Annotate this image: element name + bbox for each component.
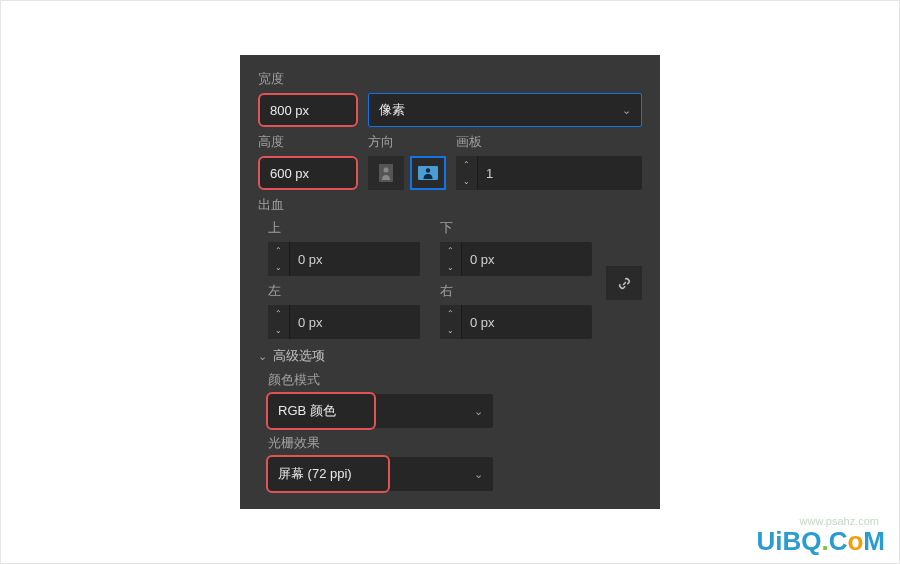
raster-effects-value: 屏幕 (72 ppi)	[278, 465, 352, 483]
orientation-label: 方向	[368, 133, 446, 151]
chevron-down-icon: ⌄	[258, 350, 267, 363]
chevron-down-icon: ⌄	[622, 104, 631, 117]
bleed-left-value: 0 px	[290, 305, 420, 339]
orientation-portrait-button[interactable]	[368, 156, 404, 190]
artboards-label: 画板	[456, 133, 642, 151]
height-label: 高度	[258, 133, 358, 151]
link-bleed-button[interactable]	[606, 266, 642, 300]
width-input[interactable]: 800 px	[258, 93, 358, 127]
artboards-stepper[interactable]: ⌃ ⌄	[456, 156, 478, 190]
document-settings-panel: 宽度 800 px 像素 ⌄ 高度 600 px 方向	[240, 55, 660, 509]
link-icon	[617, 276, 632, 291]
watermark: UiBQ.CoM	[756, 526, 885, 557]
chevron-up-icon[interactable]: ⌃	[447, 310, 454, 318]
bleed-right-label: 右	[440, 282, 592, 300]
chevron-up-icon[interactable]: ⌃	[275, 247, 282, 255]
color-mode-value: RGB 颜色	[278, 402, 336, 420]
raster-effects-label: 光栅效果	[268, 434, 642, 452]
artboards-input[interactable]: ⌃ ⌄ 1	[456, 156, 642, 190]
advanced-label: 高级选项	[273, 347, 325, 365]
width-value: 800 px	[270, 103, 309, 118]
svg-point-1	[384, 168, 389, 173]
bleed-bottom-stepper[interactable]: ⌃ ⌄	[440, 242, 462, 276]
units-value: 像素	[379, 101, 405, 119]
chevron-down-icon[interactable]: ⌄	[447, 264, 454, 272]
height-value: 600 px	[270, 166, 309, 181]
color-mode-label: 颜色模式	[268, 371, 642, 389]
chevron-down-icon[interactable]: ⌄	[275, 264, 282, 272]
bleed-left-input[interactable]: ⌃ ⌄ 0 px	[268, 305, 420, 339]
chevron-down-icon[interactable]: ⌄	[447, 327, 454, 335]
bleed-right-value: 0 px	[462, 305, 592, 339]
bleed-top-input[interactable]: ⌃ ⌄ 0 px	[268, 242, 420, 276]
units-dropdown[interactable]: 像素 ⌄	[368, 93, 642, 127]
advanced-options-toggle[interactable]: ⌄ 高级选项	[258, 347, 642, 365]
bleed-left-label: 左	[268, 282, 420, 300]
bleed-bottom-input[interactable]: ⌃ ⌄ 0 px	[440, 242, 592, 276]
chevron-up-icon[interactable]: ⌃	[275, 310, 282, 318]
chevron-down-icon[interactable]: ⌄	[275, 327, 282, 335]
bleed-bottom-label: 下	[440, 219, 592, 237]
orientation-landscape-button[interactable]	[410, 156, 446, 190]
chevron-down-icon: ⌄	[474, 468, 483, 481]
bleed-bottom-value: 0 px	[462, 242, 592, 276]
chevron-down-icon[interactable]: ⌄	[463, 178, 470, 186]
bleed-top-stepper[interactable]: ⌃ ⌄	[268, 242, 290, 276]
bleed-right-stepper[interactable]: ⌃ ⌄	[440, 305, 462, 339]
bleed-top-label: 上	[268, 219, 420, 237]
width-label: 宽度	[258, 70, 642, 88]
bleed-label: 出血	[258, 196, 642, 214]
chevron-up-icon[interactable]: ⌃	[447, 247, 454, 255]
bleed-top-value: 0 px	[290, 242, 420, 276]
portrait-icon	[379, 164, 393, 182]
raster-effects-dropdown[interactable]: 屏幕 (72 ppi) ⌄	[268, 457, 493, 491]
artboards-value: 1	[478, 156, 642, 190]
chevron-up-icon[interactable]: ⌃	[463, 161, 470, 169]
bleed-left-stepper[interactable]: ⌃ ⌄	[268, 305, 290, 339]
bleed-right-input[interactable]: ⌃ ⌄ 0 px	[440, 305, 592, 339]
height-input[interactable]: 600 px	[258, 156, 358, 190]
landscape-icon	[418, 166, 438, 180]
chevron-down-icon: ⌄	[474, 405, 483, 418]
svg-point-3	[426, 168, 430, 172]
color-mode-dropdown[interactable]: RGB 颜色 ⌄	[268, 394, 493, 428]
